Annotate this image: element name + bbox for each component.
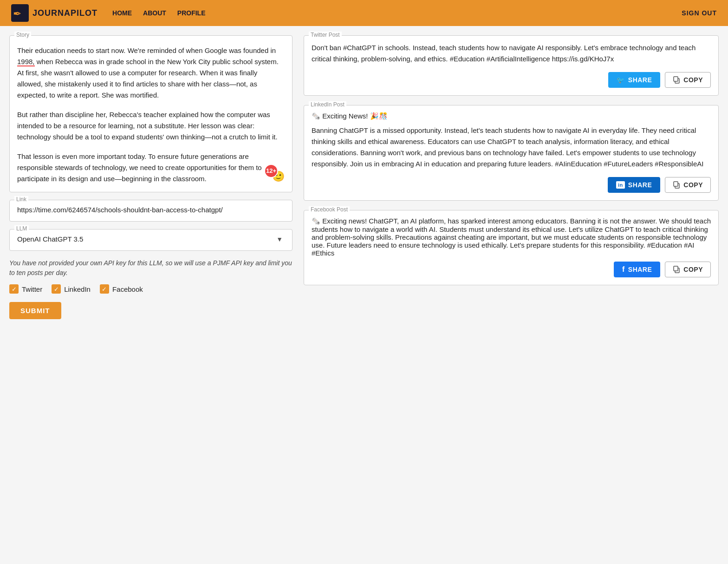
linkedin-post-label: LinkedIn Post (309, 101, 346, 108)
logo-icon: ✒ (11, 4, 29, 22)
checkbox-twitter-text: Twitter (22, 285, 42, 293)
sign-out-button[interactable]: SIGN OUT (682, 9, 717, 17)
story-label: Story (14, 32, 31, 38)
nav-about[interactable]: ABOUT (143, 9, 166, 17)
header-left: ✒ JOURNAPILOT HOME ABOUT PROFILE (11, 4, 205, 22)
checkbox-linkedin-label[interactable]: ✓ LinkedIn (52, 284, 91, 294)
linkedin-post-text: Banning ChatGPT is a missed opportunity.… (312, 125, 711, 170)
checkboxes-row: ✓ Twitter ✓ LinkedIn ✓ Facebook (9, 284, 292, 294)
linkedin-post-box: LinkedIn Post 🗞️ Exciting News! 🎉🎊 Banni… (304, 105, 719, 201)
logo-text: JOURNAPILOT (32, 8, 98, 18)
link-input[interactable] (17, 206, 285, 214)
main-layout: Story Their education needs to start now… (0, 26, 728, 328)
svg-rect-5 (674, 182, 678, 186)
linkedin-share-button[interactable]: in SHARE (608, 177, 660, 193)
left-panel: Story Their education needs to start now… (9, 35, 292, 319)
twitter-copy-button[interactable]: COPY (665, 72, 711, 88)
svg-rect-7 (674, 266, 678, 271)
story-box: Story Their education needs to start now… (9, 35, 292, 192)
linkedin-post-actions: in SHARE COPY (312, 177, 711, 193)
copy-icon (673, 266, 680, 273)
story-paragraph-2: But rather than discipline her, Rebecca'… (17, 109, 285, 143)
facebook-post-text: Exciting news! ChatGPT, an AI platform, … (312, 217, 711, 257)
svg-text:✒: ✒ (13, 8, 21, 20)
twitter-bird-icon: 🐦 (617, 76, 625, 84)
story-paragraph-3: That lesson is even more important today… (17, 151, 285, 184)
checkbox-facebook-check[interactable]: ✓ (100, 284, 109, 294)
nav-home[interactable]: HOME (112, 9, 132, 17)
facebook-post-header: 🗞️ Exciting news! ChatGPT, an AI platfor… (312, 217, 711, 257)
twitter-post-box: Twitter Post Don't ban #ChatGPT in schoo… (304, 35, 719, 96)
logo-area: ✒ JOURNAPILOT (11, 4, 98, 22)
year-underline: 1998, (17, 58, 35, 66)
facebook-newspaper-icon: 🗞️ (312, 217, 320, 225)
svg-rect-3 (674, 77, 678, 81)
twitter-post-actions: 🐦 SHARE COPY (312, 72, 711, 88)
submit-button[interactable]: SUBMIT (9, 302, 61, 319)
api-note: You have not provided your own API key f… (9, 258, 292, 278)
facebook-post-label: Facebook Post (309, 206, 350, 213)
checkbox-linkedin-check[interactable]: ✓ (52, 284, 61, 294)
nav-profile[interactable]: PROFILE (177, 9, 206, 17)
copy-icon (673, 181, 680, 189)
facebook-share-label: SHARE (628, 266, 652, 273)
facebook-post-actions: f SHARE COPY (312, 262, 711, 277)
copy-icon (673, 76, 680, 84)
header: ✒ JOURNAPILOT HOME ABOUT PROFILE SIGN OU… (0, 0, 728, 26)
linkedin-post-header: 🗞️ Exciting News! 🎉🎊 (312, 112, 711, 120)
twitter-copy-label: COPY (683, 76, 703, 84)
story-paragraph-3-text: That lesson is even more important today… (17, 151, 267, 184)
right-panel: Twitter Post Don't ban #ChatGPT in schoo… (304, 35, 719, 319)
linkedin-copy-label: COPY (683, 181, 703, 189)
checkbox-twitter-label[interactable]: ✓ Twitter (9, 284, 42, 294)
story-paragraph-1: Their education needs to start now. We'r… (17, 45, 285, 101)
nav-links: HOME ABOUT PROFILE (112, 9, 205, 17)
llm-label: LLM (14, 225, 29, 232)
llm-box: LLM OpenAI ChatGPT 3.5 OpenAI ChatGPT 4 … (9, 229, 292, 251)
story-text: Their education needs to start now. We'r… (17, 45, 285, 184)
link-box: Link (9, 200, 292, 222)
linkedin-share-label: SHARE (628, 181, 652, 189)
llm-select-wrapper: OpenAI ChatGPT 3.5 OpenAI ChatGPT 4 Othe… (17, 235, 285, 243)
facebook-icon: f (622, 265, 625, 274)
link-label: Link (14, 196, 28, 203)
llm-select[interactable]: OpenAI ChatGPT 3.5 OpenAI ChatGPT 4 Othe… (17, 235, 285, 243)
emoji-wrapper: 🙂 12+ (272, 168, 285, 184)
twitter-post-text: Don't ban #ChatGPT in schools. Instead, … (312, 42, 711, 65)
facebook-post-box: Facebook Post 🗞️ Exciting news! ChatGPT,… (304, 210, 719, 285)
checkbox-twitter-check[interactable]: ✓ (9, 284, 19, 294)
checkbox-facebook-text: Facebook (112, 285, 143, 293)
facebook-copy-button[interactable]: COPY (665, 262, 711, 277)
linkedin-icon: in (616, 181, 625, 189)
checkbox-facebook-label[interactable]: ✓ Facebook (100, 284, 143, 294)
emoji-count-badge: 12+ (264, 164, 278, 178)
twitter-share-label: SHARE (628, 76, 652, 84)
facebook-copy-label: COPY (683, 266, 703, 273)
checkbox-linkedin-text: LinkedIn (64, 285, 91, 293)
facebook-share-button[interactable]: f SHARE (614, 262, 660, 277)
twitter-share-button[interactable]: 🐦 SHARE (608, 72, 660, 88)
linkedin-copy-button[interactable]: COPY (665, 177, 711, 193)
twitter-post-label: Twitter Post (309, 32, 342, 38)
